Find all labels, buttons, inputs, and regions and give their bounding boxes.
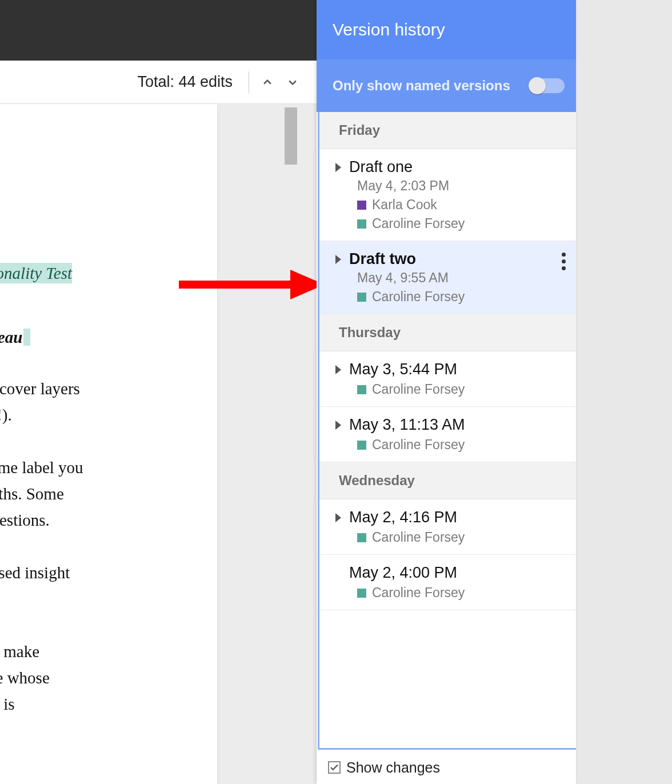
cursor-highlight: [23, 329, 30, 346]
doc-text-line: questions.: [0, 507, 217, 533]
expand-triangle-icon[interactable]: [335, 365, 341, 374]
next-edit-button[interactable]: [280, 70, 305, 95]
expand-triangle-icon[interactable]: [335, 255, 341, 264]
toolbar-separator: [249, 71, 249, 93]
editor-color-icon: [357, 219, 366, 229]
editor-color-icon: [357, 533, 366, 542]
version-title: May 2, 4:16 PM: [349, 509, 457, 526]
version-item[interactable]: Draft oneMay 4, 2:03 PMKarla CookCarolin…: [319, 149, 576, 241]
editor-row: Karla Cook: [357, 197, 569, 213]
named-versions-row: Only show named versions: [317, 59, 576, 112]
document-page[interactable]: rsonality Test oreau uncover layersrd!).…: [0, 104, 217, 784]
doc-text-line: paths. Some: [0, 481, 217, 507]
day-header: Wednesday: [319, 462, 576, 499]
prev-edit-button[interactable]: [255, 70, 280, 95]
doc-text-line: pased insight: [0, 559, 217, 586]
version-item[interactable]: May 2, 4:16 PMCaroline Forsey: [319, 499, 576, 555]
doc-text-line: uncover layers: [0, 375, 217, 402]
show-changes-row: Show changes: [317, 751, 576, 784]
editor-row: Caroline Forsey: [357, 216, 569, 231]
doc-text-line: ou make: [0, 638, 217, 665]
chevron-up-icon: [262, 77, 273, 88]
version-timestamp: May 4, 2:03 PM: [357, 178, 569, 194]
expand-triangle-icon[interactable]: [335, 421, 341, 430]
doc-text-line: on is: [0, 691, 217, 717]
app-top-bar: [0, 0, 317, 61]
doc-text-line: [0, 428, 217, 454]
editor-row: Caroline Forsey: [357, 289, 569, 305]
version-item[interactable]: May 3, 5:44 PMCaroline Forsey: [319, 351, 576, 407]
editor-row: Caroline Forsey: [357, 382, 569, 397]
doc-text-line: ple whose: [0, 665, 217, 691]
day-header: Thursday: [319, 314, 576, 351]
editor-name: Caroline Forsey: [372, 216, 465, 231]
expand-triangle-icon[interactable]: [335, 513, 341, 522]
version-item[interactable]: Draft twoMay 4, 9:55 AMCaroline Forsey: [319, 241, 576, 314]
version-item[interactable]: May 3, 11:13 AMCaroline Forsey: [319, 407, 576, 462]
editor-color-icon: [357, 385, 366, 394]
chevron-down-icon: [287, 77, 298, 88]
doc-text-line: some label you: [0, 454, 217, 481]
editor-name: Caroline Forsey: [372, 437, 465, 453]
version-title: Draft two: [349, 250, 416, 268]
named-versions-label: Only show named versions: [333, 78, 510, 94]
panel-title: Version history: [333, 20, 445, 39]
scrollbar-thumb[interactable]: [285, 107, 297, 165]
edits-toolbar: Total: 44 edits: [0, 61, 317, 104]
check-icon: [329, 762, 339, 773]
editor-name: Caroline Forsey: [372, 530, 465, 545]
total-edits-label: Total: 44 edits: [137, 73, 233, 91]
doc-text-line: [0, 533, 217, 559]
more-options-icon[interactable]: [562, 253, 566, 270]
version-item[interactable]: May 2, 4:00 PMCaroline Forsey: [319, 555, 576, 610]
editor-row: Caroline Forsey: [357, 585, 569, 601]
editor-row: Caroline Forsey: [357, 530, 569, 545]
version-timestamp: May 4, 9:55 AM: [357, 270, 569, 286]
doc-text-line: rd!).: [0, 402, 217, 428]
doc-highlighted-text: rsonality Test: [0, 263, 72, 283]
named-versions-toggle[interactable]: [529, 78, 565, 93]
version-title: May 2, 4:00 PM: [349, 564, 457, 582]
show-changes-label: Show changes: [346, 759, 440, 776]
editor-color-icon: [357, 441, 366, 450]
toggle-knob: [529, 77, 546, 94]
version-title: May 3, 5:44 PM: [349, 361, 457, 378]
editor-color-icon: [357, 293, 366, 302]
editor-color-icon: [357, 201, 366, 210]
doc-text-line: [0, 612, 217, 638]
panel-header: Version history: [317, 0, 576, 59]
editor-color-icon: [357, 589, 366, 598]
doc-text-line: t.: [0, 586, 217, 612]
editor-row: Caroline Forsey: [357, 437, 569, 453]
version-list[interactable]: FridayDraft oneMay 4, 2:03 PMKarla CookC…: [318, 112, 576, 750]
editor-name: Caroline Forsey: [372, 382, 465, 397]
doc-author-fragment: oreau: [0, 328, 22, 346]
editor-name: Caroline Forsey: [372, 585, 465, 601]
show-changes-checkbox[interactable]: [328, 761, 341, 774]
version-history-panel: Version history Only show named versions…: [317, 0, 576, 784]
expand-triangle-icon[interactable]: [335, 163, 341, 172]
day-header: Friday: [319, 112, 576, 149]
editor-name: Karla Cook: [372, 197, 437, 213]
editor-name: Caroline Forsey: [372, 289, 465, 305]
version-title: Draft one: [349, 158, 413, 176]
version-title: May 3, 11:13 AM: [349, 416, 465, 434]
